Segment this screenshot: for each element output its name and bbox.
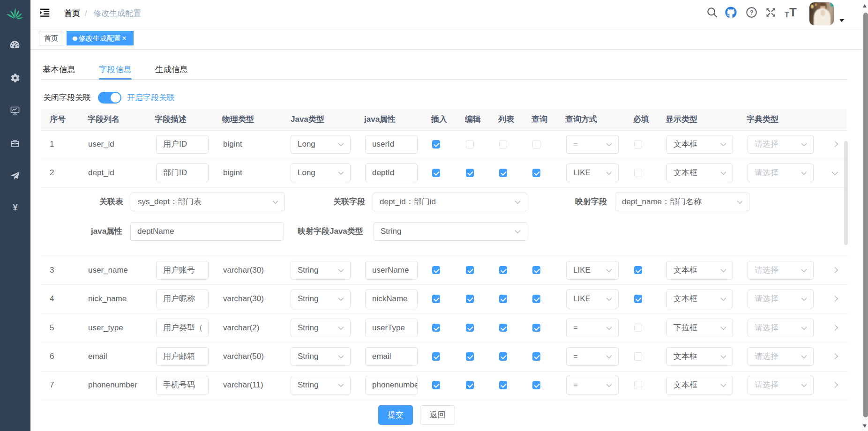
- svg-text:?: ?: [749, 9, 753, 16]
